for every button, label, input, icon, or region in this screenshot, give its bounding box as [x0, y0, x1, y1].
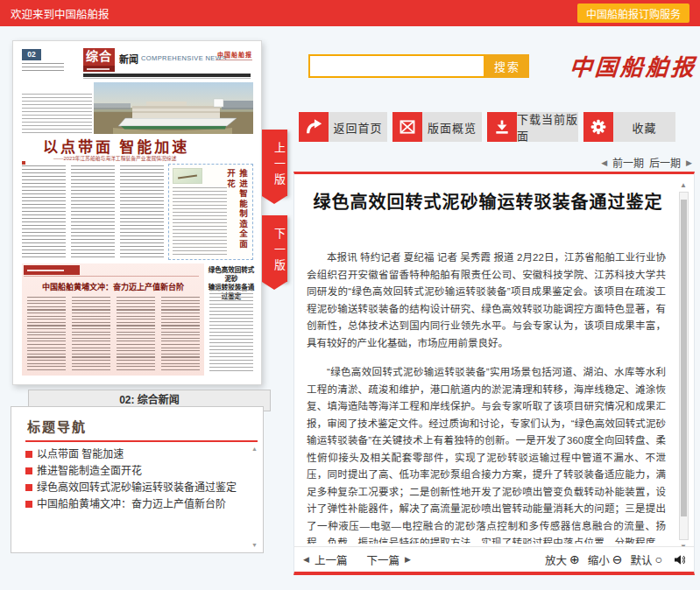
- next-issue-label[interactable]: 后一期: [649, 155, 681, 170]
- issue-navigation: ◀ 前一期 后一期 ▶: [601, 155, 692, 170]
- text-column: [120, 165, 164, 258]
- mini-masthead-lines: [216, 60, 252, 62]
- text-column: [161, 297, 200, 370]
- layout-overview-button[interactable]: 版面概览: [392, 112, 482, 142]
- section-english: COMPREHENSIVE NEWS: [141, 54, 227, 62]
- red-square-bullet-icon: [25, 501, 32, 508]
- reset-icon[interactable]: ○: [655, 552, 662, 566]
- text-column: [117, 297, 155, 370]
- search-button[interactable]: 搜索: [485, 54, 529, 78]
- boxed-article-lines: [173, 187, 227, 256]
- nav-panel-rule: [25, 440, 258, 442]
- prev-issue-label[interactable]: 前一期: [612, 155, 644, 170]
- nav-item[interactable]: 绿色高效回转式泥砂输运转驳装备通过鉴定: [25, 480, 245, 496]
- red-square-bullet-icon: [25, 484, 32, 491]
- overview-grid-icon: [392, 112, 422, 142]
- welcome-text: 欢迎来到中国船舶报: [11, 5, 110, 22]
- header-thin-rule: [83, 78, 251, 79]
- speaker-icon[interactable]: [674, 554, 685, 565]
- zoom-out-icon[interactable]: ⊖: [612, 552, 623, 566]
- header-rule: [83, 74, 251, 77]
- nav-item[interactable]: 推进智能制造全面开花: [25, 463, 245, 480]
- ship-photo-graphic: [94, 82, 253, 134]
- byline-bullet: [22, 161, 25, 165]
- article-scrollbar[interactable]: [679, 192, 689, 540]
- feature-tag: [24, 265, 80, 275]
- next-issue-arrow-icon: ▶: [686, 158, 692, 167]
- view-controls: 放大 ⊕ 缩小 ⊖ 默认 ○: [545, 551, 685, 568]
- top-bar: 欢迎来到中国船舶报 中国船舶报订购服务: [0, 0, 700, 26]
- scroll-up-icon[interactable]: ▲: [251, 446, 258, 452]
- next-article-label[interactable]: 下一篇: [366, 551, 399, 568]
- red-square-bullet-icon: [25, 467, 32, 474]
- prev-article-arrow-icon: ◀: [303, 555, 309, 564]
- masthead-logo: 中国船舶报: [569, 49, 698, 81]
- section-badge: 综合: [83, 48, 115, 72]
- section-subtitle: 新闻: [119, 52, 138, 66]
- nav-item-list: 以点带面 智能加速 推进智能制造全面开花 绿色高效回转式泥砂输运转驳装备通过鉴定…: [25, 446, 245, 513]
- article-paragraph: 本报讯 特约记者 夏纪福 记者 吴秀霞 报道 2月22日，江苏省船舶工业行业协会…: [307, 249, 666, 352]
- search-input[interactable]: [308, 54, 485, 78]
- boxed-article-vertical-headline: 推进智能制造全面开花: [224, 169, 249, 256]
- subscribe-button[interactable]: 中国船舶报订购服务: [577, 4, 689, 23]
- text-column: [71, 165, 115, 258]
- red-square-bullet-icon: [25, 451, 32, 458]
- page-number-badge: 02: [22, 49, 41, 60]
- title-navigation-panel: 标题导航 以点带面 智能加速 推进智能制造全面开花 绿色高效回转式泥砂输运转驳装…: [11, 406, 264, 553]
- nav-panel-title: 标题导航: [27, 417, 87, 435]
- text-column: [27, 297, 66, 370]
- feature-tag-rule: [24, 276, 199, 277]
- prev-article-label[interactable]: 上一篇: [315, 551, 348, 568]
- zoom-in-icon[interactable]: ⊕: [569, 552, 580, 566]
- bottom-headline: 中国船舶黄埔文冲：奋力迈上产值新台阶: [22, 281, 204, 292]
- mini-masthead: 中国船舶报: [217, 50, 252, 59]
- section-name: 综合: [83, 48, 115, 65]
- favorite-button[interactable]: 收藏: [583, 112, 675, 142]
- prev-page-tab[interactable]: 上一版: [262, 130, 287, 196]
- download-page-button[interactable]: 下载当前版面: [487, 112, 578, 142]
- scroll-up-icon[interactable]: ▲: [680, 181, 687, 189]
- zoom-in-label[interactable]: 放大: [545, 551, 567, 568]
- newspaper-page-thumbnail[interactable]: 02 综合 新闻 COMPREHENSIVE NEWS 中国船舶报: [12, 40, 262, 385]
- section-strip: [83, 66, 115, 72]
- download-icon: [487, 112, 517, 142]
- home-button[interactable]: 返回首页: [299, 112, 387, 142]
- boxed-article: 推进智能制造全面开花: [168, 164, 253, 260]
- nav-item[interactable]: 以点带面 智能加速: [25, 446, 245, 463]
- nav-item[interactable]: 中国船舶黄埔文冲：奋力迈上产值新台阶: [25, 496, 245, 513]
- zoom-out-label[interactable]: 缩小: [588, 551, 610, 568]
- bottom-feature-article: 中国船舶黄埔文冲：奋力迈上产值新台阶: [22, 263, 204, 376]
- article-panel: 绿色高效回转式泥砂输运转驳装备通过鉴定 本报讯 特约记者 夏纪福 记者 吴秀霞 …: [293, 172, 695, 575]
- prev-issue-arrow-icon: ◀: [601, 158, 607, 167]
- article-paragraph: “绿色高效回转式泥砂输运转驳装备”实用场景包括河道、湖泊、水库等水利工程的清淤、…: [307, 364, 666, 544]
- next-page-tab[interactable]: 下一版: [262, 215, 287, 282]
- article-title: 绿色高效回转式泥砂输运转驳装备通过鉴定: [303, 188, 673, 214]
- reset-label[interactable]: 默认: [631, 551, 653, 568]
- intro-text-lines: [22, 94, 92, 136]
- scroll-down-icon[interactable]: ▼: [251, 542, 258, 548]
- ship-photo: [94, 82, 253, 134]
- article-navigation: ◀ 上一篇 下一篇 ▶: [303, 551, 411, 568]
- next-article-arrow-icon: ▶: [405, 555, 411, 564]
- page-meta-lines: [22, 63, 64, 74]
- boxed-article-image: [173, 168, 202, 184]
- scrollbar-thumb[interactable]: [681, 200, 687, 516]
- right-column-lines: [209, 290, 253, 374]
- thumbnail-subhead: ——2023年江苏船舶与海洋工程装备产业发展情况综述: [53, 154, 220, 162]
- gear-icon: [583, 112, 613, 142]
- text-column: [22, 165, 66, 258]
- article-controls-row: ◀ 上一篇 下一篇 ▶ 放大 ⊕ 缩小 ⊖ 默认 ○: [294, 546, 694, 572]
- article-body: 本报讯 特约记者 夏纪福 记者 吴秀霞 报道 2月22日，江苏省船舶工业行业协会…: [307, 249, 666, 544]
- text-column: [72, 297, 110, 370]
- return-arrow-icon: [299, 112, 329, 142]
